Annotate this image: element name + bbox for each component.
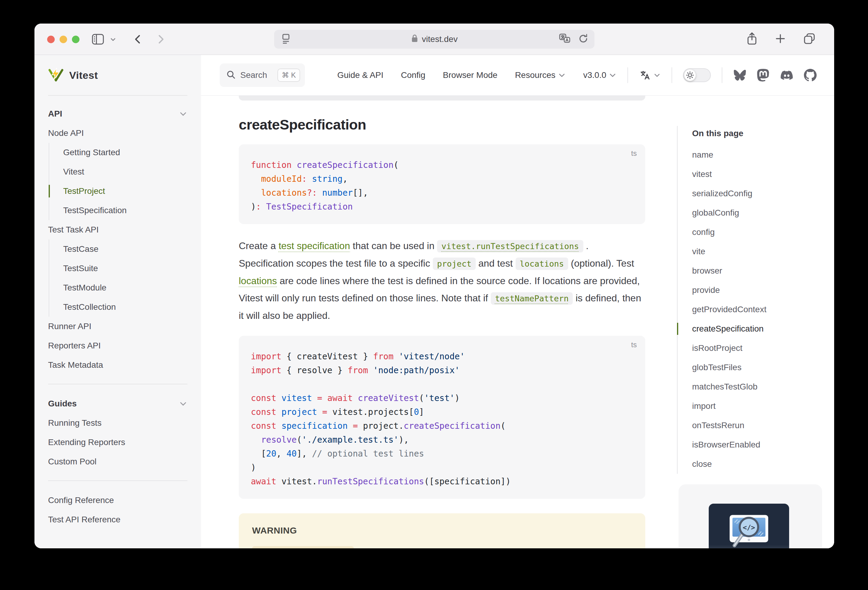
ad-illustration: </> bbox=[709, 504, 789, 548]
translate-icon[interactable] bbox=[559, 33, 571, 45]
toc-item-provide[interactable]: provide bbox=[692, 281, 834, 300]
inline-code: project bbox=[433, 257, 476, 270]
nav-v3-0-0[interactable]: v3.0.0 bbox=[583, 71, 617, 80]
maximize-window-button[interactable] bbox=[72, 35, 80, 43]
sidebar-item-testspecification[interactable]: TestSpecification bbox=[63, 201, 187, 220]
code-line: await vitest.runTestSpecifications([spec… bbox=[251, 475, 633, 488]
discord-icon[interactable] bbox=[780, 69, 794, 81]
language-menu[interactable] bbox=[639, 69, 661, 81]
new-tab-icon[interactable] bbox=[775, 33, 786, 45]
nav-guide-api[interactable]: Guide & API bbox=[337, 71, 384, 80]
code-line: ) bbox=[251, 461, 633, 475]
text-run: expects resolved bbox=[354, 546, 432, 548]
back-button[interactable] bbox=[132, 33, 143, 45]
code-line: import { createVitest } from 'vitest/nod… bbox=[251, 350, 633, 363]
sidebar-item-extending-reporters[interactable]: Extending Reporters bbox=[48, 433, 187, 452]
inline-link[interactable]: test specification bbox=[279, 240, 350, 251]
nav-config[interactable]: Config bbox=[401, 71, 425, 80]
inline-code-link[interactable]: vitest.runTestSpecifications bbox=[437, 240, 583, 252]
page-title: createSpecification bbox=[239, 116, 645, 133]
nav-resources[interactable]: Resources bbox=[515, 71, 566, 80]
sidebar-item-testcase[interactable]: TestCase bbox=[63, 240, 187, 259]
divider bbox=[627, 67, 628, 83]
chevron-down-icon bbox=[609, 71, 617, 79]
toc-item-vitest[interactable]: vitest bbox=[692, 165, 834, 184]
chevron-down-icon[interactable] bbox=[109, 35, 117, 43]
sidebar-divider bbox=[48, 480, 187, 481]
warning-callout: WARNING createSpecification expects reso… bbox=[239, 513, 645, 548]
github-icon[interactable] bbox=[804, 69, 816, 81]
toc-item-name[interactable]: name bbox=[692, 145, 834, 165]
mastodon-icon[interactable] bbox=[757, 69, 769, 81]
sidebar: Vitest APINode APIGetting StartedVitestT… bbox=[34, 55, 201, 548]
toc-item-globalconfig[interactable]: globalConfig bbox=[692, 203, 834, 222]
browser-window: vitest.dev bbox=[34, 24, 834, 548]
sidebar-item-test-task-api[interactable]: Test Task API bbox=[48, 220, 187, 240]
sidebar-item-config-reference[interactable]: Config Reference bbox=[48, 491, 187, 510]
sidebar-item-runner-api[interactable]: Runner API bbox=[48, 317, 187, 336]
toc-item-config[interactable]: config bbox=[692, 222, 834, 242]
top-nav: Guide & APIConfigBrowser ModeResourcesv3… bbox=[337, 71, 617, 80]
sidebar-item-task-metadata[interactable]: Task Metadata bbox=[48, 355, 187, 375]
inline-link[interactable]: locations bbox=[239, 275, 277, 286]
url-text[interactable]: vitest.dev bbox=[422, 34, 458, 44]
share-icon[interactable] bbox=[747, 32, 757, 47]
chevron-down-icon bbox=[653, 72, 661, 79]
toc-item-globtestfiles[interactable]: globTestFiles bbox=[692, 358, 834, 377]
sidebar-item-custom-pool[interactable]: Custom Pool bbox=[48, 452, 187, 471]
browser-toolbar: vitest.dev bbox=[34, 24, 834, 55]
text-run: Create a bbox=[239, 240, 279, 251]
toc-item-isrootproject[interactable]: isRootProject bbox=[692, 338, 834, 358]
reload-icon[interactable] bbox=[578, 33, 588, 45]
sidebar-item-testmodule[interactable]: TestModule bbox=[63, 278, 187, 297]
page-header: Search ⌘ K Guide & APIConfigBrowser Mode… bbox=[201, 55, 834, 96]
sidebar-toggle-icon[interactable] bbox=[91, 33, 105, 45]
toc-item-vite[interactable]: vite bbox=[692, 242, 834, 261]
search-shortcut: ⌘ K bbox=[278, 69, 300, 82]
bluesky-icon[interactable] bbox=[733, 69, 747, 81]
social-links bbox=[733, 69, 816, 81]
tab-overview-icon[interactable] bbox=[803, 32, 815, 46]
toc-item-close[interactable]: close bbox=[692, 455, 834, 474]
inline-code-link[interactable]: testNamePattern bbox=[491, 292, 573, 305]
toc-item-import[interactable]: import bbox=[692, 396, 834, 416]
toc-item-isbrowserenabled[interactable]: isBrowserEnabled bbox=[692, 435, 834, 455]
toc-item-browser[interactable]: browser bbox=[692, 261, 834, 281]
sponsor-ad[interactable]: </> bbox=[679, 484, 822, 548]
sidebar-section-api[interactable]: API bbox=[48, 104, 187, 124]
code-line: const project = vitest.projects[0] bbox=[251, 405, 633, 419]
inline-link[interactable]: module ID bbox=[432, 546, 476, 548]
search-button[interactable]: Search ⌘ K bbox=[220, 63, 305, 87]
toc-item-serializedconfig[interactable]: serializedConfig bbox=[692, 184, 834, 203]
sidebar-item-getting-started[interactable]: Getting Started bbox=[63, 143, 187, 162]
address-bar[interactable]: vitest.dev bbox=[274, 30, 595, 49]
sidebar-item-reporters-api[interactable]: Reporters API bbox=[48, 336, 187, 355]
sidebar-item-running-tests[interactable]: Running Tests bbox=[48, 413, 187, 433]
forward-button[interactable] bbox=[156, 33, 166, 45]
sidebar-item-testsuite[interactable]: TestSuite bbox=[63, 259, 187, 278]
logo[interactable]: Vitest bbox=[34, 55, 201, 96]
close-window-button[interactable] bbox=[47, 35, 55, 43]
sidebar-item-testproject[interactable]: TestProject bbox=[63, 181, 187, 201]
theme-toggle[interactable] bbox=[683, 68, 711, 82]
sidebar-subgroup: TestCaseTestSuiteTestModuleTestCollectio… bbox=[49, 240, 187, 317]
nav-browser-mode[interactable]: Browser Mode bbox=[443, 71, 497, 80]
chevron-down-icon bbox=[558, 71, 566, 79]
code-line bbox=[251, 377, 633, 391]
toc-title: On this page bbox=[692, 126, 834, 145]
sidebar-item-node-api[interactable]: Node API bbox=[48, 124, 187, 143]
sidebar-item-vitest[interactable]: Vitest bbox=[63, 162, 187, 181]
reader-view-icon[interactable] bbox=[281, 32, 291, 46]
vitest-logo-icon bbox=[48, 68, 64, 83]
sidebar-item-testcollection[interactable]: TestCollection bbox=[63, 297, 187, 317]
toc-item-matchestestglob[interactable]: matchesTestGlob bbox=[692, 377, 834, 396]
minimize-window-button[interactable] bbox=[59, 35, 67, 43]
toc-item-createspecification[interactable]: createSpecification bbox=[692, 319, 834, 338]
ad-fade bbox=[679, 545, 822, 548]
sidebar-section-guides[interactable]: Guides bbox=[48, 394, 187, 413]
sidebar-item-test-api-reference[interactable]: Test API Reference bbox=[48, 510, 187, 529]
code-line: const vitest = await createVitest('test'… bbox=[251, 391, 633, 405]
toc-item-getprovidedcontext[interactable]: getProvidedContext bbox=[692, 300, 834, 319]
divider bbox=[672, 67, 672, 83]
toc-item-ontestsrerun[interactable]: onTestsRerun bbox=[692, 416, 834, 435]
